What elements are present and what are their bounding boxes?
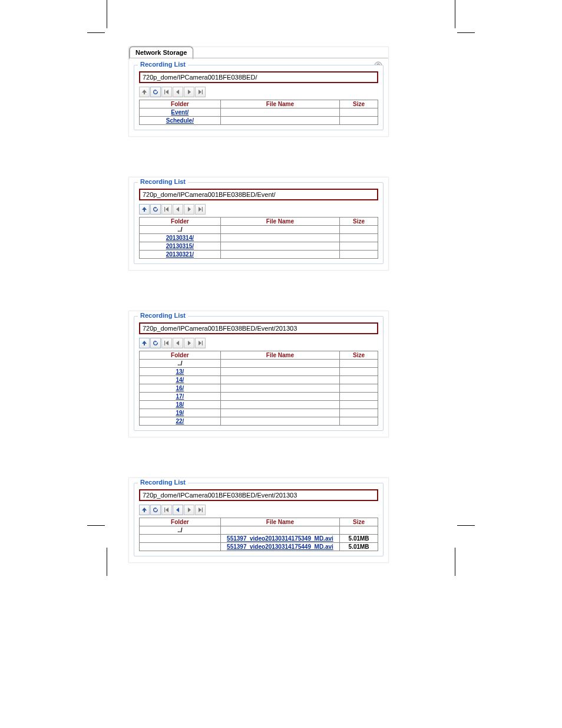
path-bar: 720p_dome/IPCamera001BFE038BED/Event/201… — [139, 489, 378, 501]
up-button[interactable] — [139, 505, 150, 515]
cell-folder[interactable]: 14/ — [140, 376, 221, 384]
folder-link[interactable]: 20130315/ — [166, 243, 194, 249]
cropmark — [455, 0, 455, 28]
next-button[interactable] — [184, 505, 194, 515]
table-row: Event/ — [140, 108, 378, 117]
col-filename: File Name — [220, 218, 340, 226]
cell-folder[interactable]: 13/ — [140, 368, 221, 376]
cell-folder[interactable]: ../ — [140, 226, 221, 234]
cell-filename — [220, 384, 340, 393]
folder-link[interactable]: 17/ — [176, 393, 184, 400]
svg-marker-6 — [199, 90, 201, 94]
svg-rect-20 — [164, 508, 165, 512]
path-bar: 720p_dome/IPCamera001BFE038BED/ — [139, 71, 378, 83]
next-button[interactable] — [184, 204, 194, 215]
cell-folder[interactable]: 19/ — [140, 409, 221, 417]
prev-button[interactable] — [173, 87, 183, 97]
up-button[interactable] — [139, 87, 150, 97]
folder-link[interactable]: 22/ — [176, 418, 184, 424]
cell-filename — [220, 251, 340, 259]
folder-link[interactable]: Schedule/ — [166, 117, 194, 124]
folder-link[interactable]: 20130321/ — [166, 251, 194, 258]
last-button[interactable] — [195, 338, 206, 348]
svg-marker-16 — [176, 341, 179, 345]
folder-link[interactable]: 16/ — [176, 385, 184, 391]
refresh-button[interactable] — [150, 204, 161, 215]
cell-folder[interactable]: ../ — [140, 360, 221, 368]
svg-rect-19 — [202, 341, 203, 345]
svg-rect-25 — [202, 508, 203, 512]
svg-marker-23 — [188, 508, 191, 512]
parent-link[interactable]: ../ — [177, 360, 182, 367]
prev-button[interactable] — [173, 338, 183, 348]
cell-folder[interactable]: ../ — [140, 526, 221, 535]
recording-list-fieldset: Recording List 720p_dome/IPCamera001BFE0… — [134, 182, 384, 264]
cell-size — [340, 393, 378, 401]
file-link[interactable]: 551397_video20130314175449_MD.avi — [227, 543, 333, 550]
cell-filename[interactable]: 551397_video20130314175449_MD.avi — [220, 543, 340, 551]
table-row: 19/ — [140, 409, 378, 417]
last-button[interactable] — [195, 505, 206, 515]
svg-marker-9 — [166, 207, 168, 212]
refresh-button[interactable] — [150, 87, 161, 97]
up-button[interactable] — [139, 204, 150, 215]
svg-rect-7 — [202, 90, 203, 94]
legend: Recording List — [138, 178, 188, 185]
svg-rect-8 — [164, 207, 165, 212]
cell-folder[interactable]: 20130314/ — [140, 234, 221, 242]
next-button[interactable] — [184, 87, 194, 97]
last-button[interactable] — [195, 204, 206, 215]
table-row: ../ — [140, 526, 378, 535]
svg-marker-15 — [166, 341, 168, 345]
cell-folder[interactable]: 20130321/ — [140, 251, 221, 259]
first-button[interactable] — [161, 87, 172, 97]
cell-size — [340, 409, 378, 417]
folder-link[interactable]: 20130314/ — [166, 235, 194, 241]
cell-size — [340, 360, 378, 368]
cell-folder[interactable]: 16/ — [140, 384, 221, 393]
folder-link[interactable]: Event/ — [171, 109, 189, 116]
path-bar: 720p_dome/IPCamera001BFE038BED/Event/ — [139, 189, 378, 200]
up-button[interactable] — [139, 338, 150, 348]
refresh-button[interactable] — [150, 338, 161, 348]
table-row: 14/ — [140, 376, 378, 384]
cell-folder[interactable]: Schedule/ — [140, 117, 221, 125]
cell-folder[interactable]: 18/ — [140, 401, 221, 409]
cell-filename — [220, 234, 340, 242]
table-row: 551397_video20130314175449_MD.avi5.01MB — [140, 543, 378, 551]
cell-size — [340, 368, 378, 376]
cell-folder[interactable]: 20130315/ — [140, 242, 221, 251]
first-button[interactable] — [161, 505, 172, 515]
prev-button[interactable] — [173, 204, 183, 215]
parent-link[interactable]: ../ — [177, 226, 182, 233]
cell-folder[interactable]: 17/ — [140, 393, 221, 401]
svg-marker-18 — [199, 341, 201, 345]
folder-link[interactable]: 13/ — [176, 368, 184, 375]
folder-link[interactable]: 14/ — [176, 377, 184, 383]
prev-button[interactable] — [173, 505, 183, 515]
next-button[interactable] — [184, 338, 194, 348]
cell-filename — [220, 117, 340, 125]
folder-link[interactable]: 18/ — [176, 401, 184, 408]
parent-link[interactable]: ../ — [177, 527, 182, 533]
col-size: Size — [340, 100, 378, 108]
cell-size — [340, 117, 378, 125]
first-button[interactable] — [161, 204, 172, 215]
table-row: 18/ — [140, 401, 378, 409]
cropmark — [455, 548, 455, 576]
table-row: ../ — [140, 360, 378, 368]
cell-folder[interactable]: 22/ — [140, 417, 221, 426]
first-button[interactable] — [161, 338, 172, 348]
last-button[interactable] — [195, 87, 206, 97]
table-row: 20130321/ — [140, 251, 378, 259]
svg-marker-3 — [166, 90, 168, 94]
cell-folder[interactable]: Event/ — [140, 108, 221, 117]
file-link[interactable]: 551397_video20130314175349_MD.avi — [227, 535, 333, 542]
cell-size — [340, 376, 378, 384]
cell-size — [340, 242, 378, 251]
refresh-button[interactable] — [150, 505, 161, 515]
cell-filename[interactable]: 551397_video20130314175349_MD.avi — [220, 535, 340, 543]
file-table: Folder File Name Size ../20130314/201303… — [139, 217, 378, 259]
recording-list-fieldset: Recording List 720p_dome/IPCamera001BFE0… — [134, 483, 384, 556]
folder-link[interactable]: 19/ — [176, 410, 184, 416]
